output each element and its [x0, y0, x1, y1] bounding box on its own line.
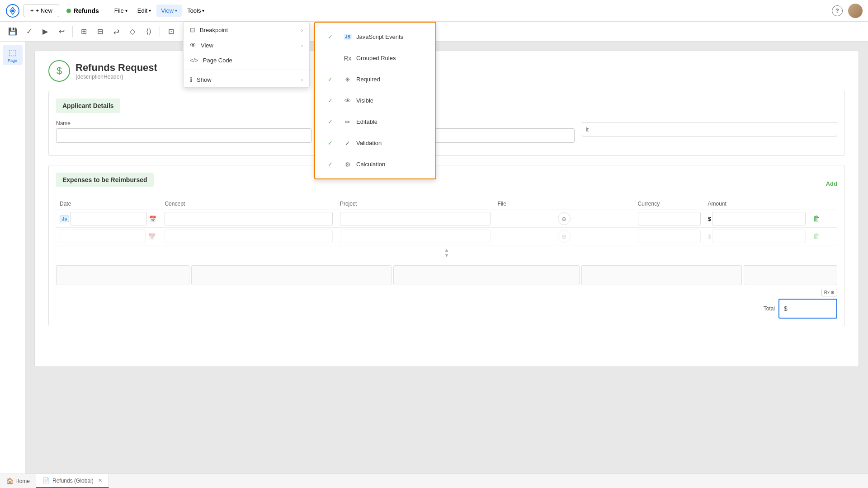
name-field-group: Name [56, 120, 311, 143]
date-input-1[interactable] [70, 212, 147, 225]
submenu-grouped-rules[interactable]: ✓ Rx Grouped Rules [315, 47, 435, 69]
currency-cell-1 [634, 210, 704, 228]
date-input-2[interactable] [60, 230, 146, 243]
conditions-button[interactable]: ◇ [125, 24, 140, 39]
date-cell-1: Js 📅 [56, 210, 161, 228]
scroll-up: ▲ [56, 247, 837, 253]
canvas-inner: $ Refunds Request {descriptionHeader} Ap… [25, 42, 868, 474]
project-input-2 [340, 230, 491, 243]
view-dropdown: ⊟ Breakpoint › 👁 View › </> Page Code ℹ … [183, 22, 310, 88]
layout-button[interactable]: ⊡ [164, 24, 178, 39]
calculation-icon: ⚙ [344, 161, 352, 168]
layers-button[interactable]: ⊟ [93, 24, 107, 39]
dropdown-view[interactable]: 👁 View › [184, 38, 309, 53]
empty-cell-3 [393, 265, 580, 285]
submenu-validation[interactable]: ✓ ✓ Validation [315, 132, 435, 154]
unit-input[interactable] [582, 122, 837, 136]
required-icon: ✳ [344, 76, 352, 83]
col-date: Date [56, 198, 161, 210]
menu-bar: File▾ Edit▾ View▾ Tools▾ [110, 5, 209, 17]
run-button[interactable]: ▶ [38, 24, 52, 39]
sidebar: ⬚ Page [0, 42, 25, 474]
page-code-icon: </> [190, 57, 198, 64]
components-button[interactable]: ⊞ [76, 24, 91, 39]
sidebar-item-page[interactable]: ⬚ Page [3, 45, 23, 65]
concept-input-1[interactable] [165, 212, 332, 225]
amount-input-1[interactable] [712, 212, 806, 225]
empty-cell-4 [581, 265, 741, 285]
refunds-tab-icon: 📄 [42, 477, 50, 484]
refunds-badge: Refunds [66, 7, 99, 14]
save-button[interactable]: 💾 [5, 24, 20, 39]
view-icon: 👁 [190, 42, 196, 49]
plus-icon: + [30, 7, 34, 14]
grouped-rules-label: Grouped Rules [356, 55, 396, 61]
submenu-required[interactable]: ✓ ✳ Required [315, 69, 435, 90]
visible-icon: 👁 [344, 97, 352, 104]
js-badge: Js [60, 216, 69, 222]
total-field: Total [764, 299, 837, 319]
submenu-calculation[interactable]: ✓ ⚙ Calculation [315, 154, 435, 175]
delete-button-2: 🗑 [813, 232, 820, 240]
arrow-icon-3: › [301, 76, 303, 83]
submenu-visible[interactable]: ✓ 👁 Visible [315, 90, 435, 111]
project-cell-1 [336, 210, 494, 228]
js-events-label: JavaScript Events [356, 33, 403, 40]
menu-view[interactable]: View▾ [156, 5, 182, 17]
check-visible: ✓ [321, 94, 339, 108]
upload-button-1[interactable]: ⊕ [558, 212, 571, 225]
page-icon: ⬚ [9, 47, 16, 57]
submenu-editable[interactable]: ✓ ✏ Editable [315, 111, 435, 132]
currency-input-1[interactable] [638, 212, 701, 225]
refunds-label: Refunds [74, 7, 99, 14]
empty-cell-2 [191, 265, 391, 285]
home-icon: 🏠 [6, 478, 14, 484]
col-project: Project [336, 198, 494, 210]
delete-button-1[interactable]: 🗑 [813, 215, 820, 222]
project-input-1[interactable] [340, 212, 491, 225]
menu-tools[interactable]: Tools▾ [183, 5, 209, 17]
arrow-icon: › [301, 27, 303, 33]
home-tab-label: Home [15, 478, 30, 484]
tab-home[interactable]: 🏠 Home [0, 474, 36, 488]
dropdown-page-code[interactable]: </> Page Code [184, 53, 309, 68]
empty-cell-5 [744, 265, 837, 285]
total-input[interactable] [778, 299, 837, 319]
total-row: Rx ⚙ Total [56, 289, 837, 319]
scroll-down: ▼ [56, 253, 837, 258]
canvas[interactable]: $ Refunds Request {descriptionHeader} Ap… [25, 42, 868, 474]
check-required: ✓ [321, 72, 339, 86]
calendar-icon-1[interactable]: 📅 [148, 212, 158, 225]
new-button[interactable]: + + New [24, 4, 59, 17]
project-cell-2 [336, 228, 494, 245]
arrow-icon-2: › [301, 42, 303, 49]
add-button[interactable]: Add [826, 180, 837, 187]
help-button[interactable]: ? [832, 5, 843, 16]
close-tab-button[interactable]: ✕ [98, 478, 102, 483]
breakpoint-label: Breakpoint [200, 27, 228, 33]
file-cell-1: ⊕ [494, 210, 634, 228]
delete-cell-1: 🗑 [809, 210, 837, 228]
date-cell-2: 📅 [56, 228, 161, 245]
table-row: Js 📅 [56, 210, 837, 228]
col-amount: Amount [704, 198, 809, 210]
avatar[interactable] [848, 4, 863, 18]
expenses-header-row: Expenses to be Reimbursed Add [56, 173, 837, 194]
data-button[interactable]: ⇄ [109, 24, 123, 39]
submenu-js-events[interactable]: ✓ JS JavaScript Events [315, 26, 435, 47]
undo-button[interactable]: ↩ [54, 24, 69, 39]
concept-input-2 [165, 230, 332, 243]
menu-edit[interactable]: Edit▾ [133, 5, 156, 17]
page-canvas: $ Refunds Request {descriptionHeader} Ap… [34, 51, 859, 367]
dropdown-show[interactable]: ℹ Show › [184, 72, 309, 87]
empty-cell-1 [56, 265, 189, 285]
menu-file[interactable]: File▾ [110, 5, 132, 17]
check-button[interactable]: ✓ [22, 24, 36, 39]
tab-refunds[interactable]: 📄 Refunds (Global) ✕ [36, 474, 109, 488]
name-input[interactable] [56, 128, 311, 143]
code-button[interactable]: ⟨⟩ [142, 24, 156, 39]
dropdown-breakpoint[interactable]: ⊟ Breakpoint › [184, 22, 309, 38]
amount-input-2 [712, 230, 806, 243]
show-icon: ℹ [190, 76, 192, 83]
col-concept: Concept [161, 198, 336, 210]
